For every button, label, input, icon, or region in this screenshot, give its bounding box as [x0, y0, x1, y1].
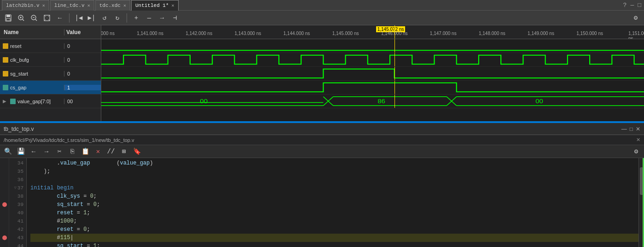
editor-save-btn[interactable]: 💾 [16, 147, 26, 157]
signal-names-panel: Name Value reset 0 clk_bufg 0 sg_start [0, 25, 101, 121]
signal-label-value-gap: value_gap[7:0] [17, 99, 51, 104]
fold-37[interactable]: ▽ [12, 184, 17, 192]
editor-toolbar: 🔍 💾 ← → ✂ ⎘ 📋 ✕ // ⊞ 🔖 ⚙ [0, 145, 644, 158]
editor-delete-btn[interactable]: ✕ [93, 147, 103, 157]
editor-comment-btn[interactable]: // [106, 147, 116, 157]
time-label-0: 1,140.000 ns [101, 31, 115, 36]
code-line-43[interactable]: #115| [30, 234, 638, 242]
svg-text:86: 86 [377, 98, 385, 105]
header-value-label: Value [64, 29, 101, 35]
save-button[interactable] [3, 12, 14, 24]
go-end-button[interactable]: ▶| [86, 12, 97, 24]
time-ruler[interactable]: 1,145.072 ns 1,140.000 ns 1,141.000 ns 1… [101, 25, 644, 39]
editor-path-close[interactable]: ✕ [636, 137, 640, 143]
go-back-button[interactable]: ← [54, 12, 65, 24]
editor-paste-btn[interactable]: 📋 [80, 147, 90, 157]
tab-close-tdc-xdc[interactable]: ✕ [123, 3, 126, 8]
fold-36 [12, 176, 17, 184]
signal-name-cs-gap: cs_gap [0, 85, 64, 90]
editor-block-btn[interactable]: ⊞ [119, 147, 129, 157]
signal-row-reset[interactable]: reset 0 [0, 39, 101, 53]
signal-value-clk-bufg: 0 [64, 57, 101, 63]
tab-bar: latch2bin.v ✕ line_tdc.v ✕ tdc.xdc ✕ Unt… [0, 0, 644, 11]
linenum-38: 38 [9, 192, 26, 200]
editor-path-bar: /home/lcl/Prj/Vivado/tdc/tdc_t.srcs/sim_… [0, 135, 644, 145]
linenum-41: 41 [9, 217, 26, 225]
editor-close-icon[interactable]: ✕ [636, 126, 640, 132]
help-icon[interactable]: ? [623, 2, 627, 9]
svg-text:00: 00 [535, 98, 543, 105]
linenum-43: 43 [9, 234, 26, 242]
bp-41 [0, 217, 9, 225]
signal-row-value-gap[interactable]: ▶ value_gap[7:0] 00 [0, 94, 101, 108]
add-marker-button[interactable]: + [131, 12, 142, 24]
signal-row-sg-start[interactable]: sg_start 0 [0, 67, 101, 81]
tab-untitled1[interactable]: Untitled 1* ✕ [131, 0, 179, 11]
fold-34 [12, 159, 17, 167]
expand-icon-value-gap[interactable]: ▶ [3, 99, 8, 104]
signal-icon-cs-gap [3, 85, 8, 90]
svg-line-4 [23, 19, 24, 21]
remove-marker-button[interactable]: — [144, 12, 155, 24]
time-label-2: 1,142.000 ns [186, 31, 212, 36]
editor-copy-btn[interactable]: ⎘ [67, 147, 77, 157]
minimize-icon[interactable]: — [630, 2, 634, 9]
bp-39[interactable] [0, 200, 9, 209]
editor-title-bar: tb_tdc_top.v — □ ✕ [0, 123, 644, 135]
time-cursor [395, 25, 395, 39]
prev-marker-button[interactable]: ⊣ [169, 12, 180, 24]
fit-button[interactable] [41, 12, 52, 24]
editor-minimize-icon[interactable]: — [621, 126, 627, 132]
code-line-39: sq_start = 0; [30, 200, 638, 209]
tab-label-tdc-xdc: tdc.xdc [99, 3, 121, 8]
svg-line-8 [35, 19, 37, 21]
next-marker-button[interactable]: → [157, 12, 168, 24]
signal-row-cs-gap[interactable]: cs_gap 1 [0, 81, 101, 94]
settings-button[interactable]: ⚙ [630, 12, 641, 24]
linenum-44: 44 [9, 242, 26, 247]
signal-value-value-gap: 00 [64, 99, 101, 104]
svg-rect-1 [6, 15, 10, 17]
tab-label-untitled1: Untitled 1* [135, 3, 169, 8]
zoom-in-button[interactable] [16, 12, 27, 24]
tab-close-untitled1[interactable]: ✕ [172, 3, 174, 8]
code-line-36 [30, 176, 638, 184]
top-right-icons: ? — □ [623, 2, 644, 9]
editor-bookmark-btn[interactable]: 🔖 [132, 147, 142, 157]
wave-rows: 86 00 00 [101, 39, 644, 108]
go-start-button[interactable]: |◀ [73, 12, 84, 24]
time-label-4: 1,144.000 ns [284, 31, 310, 36]
tab-close-latch2bin[interactable]: ✕ [42, 3, 45, 8]
tab-line-tdc[interactable]: line_tdc.v ✕ [50, 0, 94, 11]
time-label-1: 1,141.000 ns [137, 31, 163, 36]
wave-svg-clk-bufg [101, 53, 644, 66]
editor-cut-btn[interactable]: ✂ [54, 147, 64, 157]
tab-label-line-tdc: line_tdc.v [54, 3, 85, 8]
code-area[interactable]: .value_gap (value_gap) ); initial begin … [27, 158, 638, 247]
zoom-out-button[interactable] [29, 12, 40, 24]
linenum-42: 42 [9, 225, 26, 234]
fold-43 [12, 234, 17, 242]
tab-close-line-tdc[interactable]: ✕ [87, 3, 90, 8]
signal-row-clk-bufg[interactable]: clk_bufg 0 [0, 53, 101, 67]
maximize-icon[interactable]: □ [638, 2, 641, 9]
editor-settings-btn[interactable]: ⚙ [631, 147, 641, 157]
code-line-34: .value_gap (value_gap) [30, 159, 638, 167]
editor-maximize-icon[interactable]: □ [630, 126, 633, 132]
tab-latch2bin[interactable]: latch2bin.v ✕ [2, 0, 49, 11]
next-edge-button[interactable]: ↻ [112, 12, 123, 24]
editor-toolbar-right: ⚙ [631, 147, 641, 157]
waveform-canvas[interactable]: 1,145.072 ns 1,140.000 ns 1,141.000 ns 1… [101, 25, 644, 121]
bp-38 [0, 192, 9, 200]
wave-row-reset [101, 39, 644, 53]
editor-scrollbar-y[interactable] [638, 158, 644, 247]
bp-43[interactable] [0, 234, 9, 242]
signal-label-reset: reset [10, 43, 21, 49]
tab-tdc-xdc[interactable]: tdc.xdc ✕ [95, 0, 130, 11]
linenum-40: 40 [9, 209, 26, 217]
editor-forward-btn[interactable]: → [41, 147, 52, 157]
wave-svg-sg-start [101, 67, 644, 80]
editor-back-btn[interactable]: ← [29, 147, 39, 157]
editor-search-btn[interactable]: 🔍 [3, 147, 13, 157]
prev-edge-button[interactable]: ↺ [99, 12, 110, 24]
